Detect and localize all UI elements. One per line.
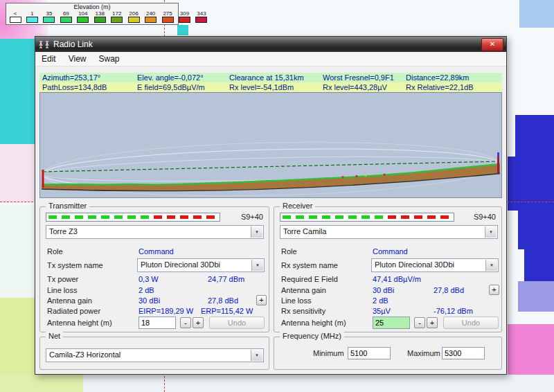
tx-gain-label: Antenna gain xyxy=(47,296,92,305)
tx-signal-meter xyxy=(46,213,220,222)
net-selected-value: Camila-Z3 Horizontal xyxy=(49,350,120,359)
rx-antenna-height-input[interactable] xyxy=(373,317,410,329)
map-region-blue-right xyxy=(518,211,554,249)
map-region-blue-right xyxy=(515,115,554,157)
menu-item-edit[interactable]: Edit xyxy=(35,52,62,66)
tx-role-value: Command xyxy=(138,247,174,256)
close-icon: ✕ xyxy=(490,40,495,48)
tx-gain-plus-button[interactable]: + xyxy=(256,295,267,305)
legend-item: 309 xyxy=(178,10,192,23)
rx-height-decrease-button[interactable]: - xyxy=(414,317,425,328)
rx-gain-dbi: 30 dBi xyxy=(373,286,394,294)
elevation-legend-title: Elevation (m) xyxy=(6,3,178,10)
legend-value-label: 172 xyxy=(110,10,124,17)
legend-value-label: 104 xyxy=(76,10,90,17)
tx-system-select[interactable]: Pluton Direcional 30Dbi ▼ xyxy=(137,258,265,272)
legend-color-swatch xyxy=(26,17,38,23)
map-region-bottom-strip xyxy=(0,375,554,392)
legend-value-label: 1 xyxy=(25,10,39,17)
tx-power-watts: 0,3 W xyxy=(138,275,159,283)
tx-system-label: Tx system name xyxy=(47,261,103,269)
tx-power-label: Tx power xyxy=(47,275,78,283)
signal-meter-green-segment xyxy=(48,215,151,219)
legend-color-swatch xyxy=(94,17,106,23)
worst-fresnel-value: Worst Fresnel=0,9F1 xyxy=(323,73,394,82)
legend-value-label: < xyxy=(8,10,22,17)
rx-lineloss-value: 2 dB xyxy=(373,296,388,305)
rx-signal-meter xyxy=(280,213,454,222)
rx-efield-label: Required E Field xyxy=(281,275,338,283)
tx-lineloss-label: Line loss xyxy=(47,286,77,294)
net-group-title: Net xyxy=(46,332,63,340)
legend-color-swatch xyxy=(10,17,21,23)
legend-color-swatch xyxy=(195,17,207,23)
tx-height-decrease-button[interactable]: - xyxy=(180,317,191,328)
rx-role-label: Role xyxy=(281,247,297,256)
legend-color-swatch xyxy=(145,17,157,23)
chevron-down-icon[interactable]: ▼ xyxy=(485,260,497,271)
frequency-group: Frequency (MHz) Minimum Maximum xyxy=(274,337,502,370)
map-region-periwinkle-right xyxy=(518,281,554,312)
legend-color-swatch xyxy=(60,17,72,23)
frequency-group-title: Frequency (MHz) xyxy=(280,332,344,340)
rx-sensitivity-uv: 35µV xyxy=(373,307,391,315)
profile-chart xyxy=(39,92,502,198)
legend-item: 138 xyxy=(93,10,107,23)
legend-item: 172 xyxy=(110,10,124,23)
tx-height-increase-button[interactable]: + xyxy=(193,317,204,328)
rx-sensitivity-dbm: -76,12 dBm xyxy=(434,307,473,315)
tx-role-label: Role xyxy=(47,247,63,256)
tx-undo-button[interactable]: Undo xyxy=(209,317,265,329)
chevron-down-icon[interactable]: ▼ xyxy=(251,260,263,271)
window-titlebar[interactable]: Radio Link ✕ xyxy=(35,37,506,52)
legend-item: < xyxy=(8,10,22,23)
map-region-pale-left xyxy=(0,144,36,202)
close-button[interactable]: ✕ xyxy=(481,38,503,51)
transmitter-group: Transmitter S9+40 Torre Z3 ▼ Role Comman… xyxy=(39,206,269,332)
tx-power-dbm: 24,77 dBm xyxy=(208,275,244,283)
rx-efield-value: 47,41 dBµV/m xyxy=(373,275,421,283)
rx-sensitivity-label: Rx sensitivity xyxy=(281,307,325,315)
frequency-min-label: Minimum xyxy=(313,349,344,357)
frequency-min-input[interactable] xyxy=(348,347,391,359)
legend-color-swatch xyxy=(77,17,89,23)
map-region-blue-right xyxy=(508,157,554,211)
signal-meter-green-segment xyxy=(283,215,385,219)
rx-gain-plus-button[interactable]: + xyxy=(489,285,499,295)
tx-radiated-eirp: EIRP=189,29 W xyxy=(138,307,193,315)
receiver-group-title: Receiver xyxy=(280,202,315,210)
transmitter-group-title: Transmitter xyxy=(46,202,89,210)
tx-antenna-height-input[interactable] xyxy=(138,317,176,329)
rx-level-dbm-value: Rx level=-54,1dBm xyxy=(229,82,294,92)
chevron-down-icon[interactable]: ▼ xyxy=(251,226,262,238)
rx-system-select[interactable]: Pluton Direcional 30Dbi ▼ xyxy=(371,258,499,272)
map-region-blue-right xyxy=(524,249,554,281)
net-select[interactable]: Camila-Z3 Horizontal ▼ xyxy=(46,348,264,362)
chevron-down-icon[interactable]: ▼ xyxy=(251,350,262,361)
frequency-max-input[interactable] xyxy=(442,347,485,359)
menu-item-swap[interactable]: Swap xyxy=(92,52,125,66)
legend-color-swatch xyxy=(162,17,174,23)
map-region-mint-left xyxy=(0,205,36,298)
legend-color-swatch xyxy=(111,17,123,23)
screen: Elevation (m) < 1 35 69 104 138 172 206 … xyxy=(0,0,554,392)
legend-value-label: 206 xyxy=(127,10,141,17)
legend-value-label: 343 xyxy=(195,10,208,17)
tx-radiated-label: Radiated power xyxy=(47,307,100,315)
elevation-angle-value: Elev. angle=-0,072° xyxy=(137,73,204,82)
legend-color-swatch xyxy=(179,17,190,23)
link-info-row-1: Azimuth=253,17° Elev. angle=-0,072° Clea… xyxy=(39,73,502,82)
menu-item-view[interactable]: View xyxy=(62,52,93,66)
rx-unit-select[interactable]: Torre Camila ▼ xyxy=(280,225,498,239)
rx-undo-button[interactable]: Undo xyxy=(443,317,499,329)
tx-unit-selected-value: Torre Z3 xyxy=(49,227,78,235)
rx-height-increase-button[interactable]: + xyxy=(427,317,438,328)
signal-meter-red-segment xyxy=(388,215,452,219)
elevation-legend-scale: < 1 35 69 104 138 172 206 240 275 309 34… xyxy=(8,10,208,23)
net-group: Net Camila-Z3 Horizontal ▼ xyxy=(39,337,269,370)
chevron-down-icon[interactable]: ▼ xyxy=(485,226,497,238)
map-region-cyan-top xyxy=(177,25,188,35)
tx-unit-select[interactable]: Torre Z3 ▼ xyxy=(46,225,264,239)
legend-item: 69 xyxy=(59,10,73,23)
map-region-cyan-left xyxy=(0,39,37,144)
